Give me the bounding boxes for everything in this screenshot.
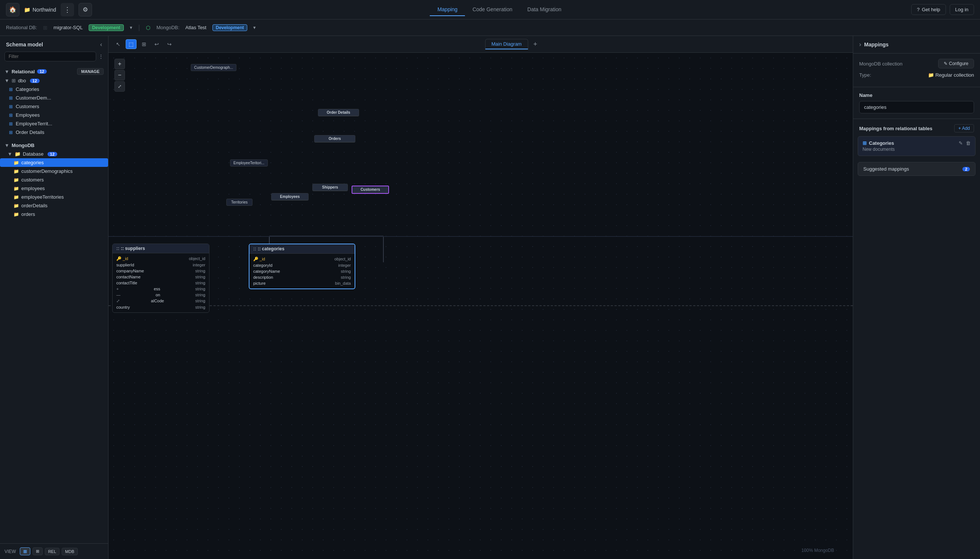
node-orders[interactable]: Orders [314, 135, 355, 142]
field-id-name: 🔑 _id [116, 256, 128, 261]
node-customerdemographics[interactable]: CustomerDemograph... [191, 64, 236, 71]
database-item[interactable]: ▼ 📁 Database 12 [0, 150, 108, 158]
sidebar-item-customerdem[interactable]: ⊞ CustomerDem... [0, 94, 108, 102]
folder-icon-customers: 📁 [13, 177, 19, 183]
manage-button[interactable]: MANAGE [77, 68, 104, 75]
sidebar-item-orderdetails[interactable]: ⊞ Order Details [0, 128, 108, 137]
tab-code-generation[interactable]: Code Generation [465, 3, 520, 16]
configure-button[interactable]: ✎ Configure [938, 59, 974, 68]
filter-options-icon[interactable]: ⋮ [98, 53, 104, 60]
categories-node[interactable]: :: :: categories 🔑 _id object_id categor… [249, 243, 355, 289]
view-list-button[interactable]: ⊞ [33, 547, 43, 555]
settings-button[interactable]: ⚙ [79, 3, 92, 17]
suppliers-expand-btn[interactable]: + [116, 287, 119, 291]
collection-employees-label: employees [21, 185, 45, 191]
suppliers-fit-btn[interactable]: ⤢ [116, 299, 120, 303]
tab-data-migration[interactable]: Data Migration [520, 3, 569, 16]
zoom-in-button[interactable]: + [114, 59, 125, 69]
field-row: country string [116, 304, 205, 310]
redo-button[interactable]: ↪ [164, 39, 175, 49]
grid-icon-orderdetails: ⊞ [9, 130, 13, 135]
node-orderdetails[interactable]: Order Details [318, 109, 359, 116]
select-tool-button[interactable]: ↖ [113, 39, 124, 49]
folder-icon-employees: 📁 [13, 186, 19, 191]
field-row: — on string [116, 292, 205, 298]
help-button[interactable]: ? Get help [911, 4, 945, 15]
sidebar-item-customers[interactable]: ⊞ Customers [0, 102, 108, 111]
node-territories[interactable]: Territories [226, 198, 252, 206]
home-button[interactable]: 🏠 [6, 3, 20, 17]
relational-expand-icon[interactable]: ▼ [5, 69, 9, 74]
main-diagram-tab[interactable]: Main Diagram [485, 39, 528, 50]
suggested-count-badge: 2 [962, 167, 970, 171]
mapping-card-actions: ✎ 🗑 [959, 140, 971, 146]
collection-item-employees[interactable]: 📁 employees [0, 184, 108, 193]
connect-tool-button[interactable]: ⊞ [139, 39, 149, 49]
node-customers[interactable]: Customers [351, 185, 389, 194]
suppliers-node-title: :: :: suppliers [112, 244, 209, 253]
edit-mapping-icon[interactable]: ✎ [959, 140, 963, 146]
mongo-collection-label: MongoDB collection [859, 61, 902, 66]
folder-icon-type: 📁 [928, 72, 934, 78]
marquee-tool-button[interactable]: ⬚ [126, 39, 137, 49]
sidebar-collapse-button[interactable]: ‹ [100, 41, 102, 48]
suppliers-node[interactable]: :: :: suppliers 🔑 _id object_id supplier… [112, 243, 210, 313]
field-row: categoryId integer [253, 262, 351, 268]
name-section-label: Name [859, 93, 872, 98]
type-value: 📁 Regular collection [928, 72, 974, 78]
node-employeeterritories[interactable]: EmployeeTeritori... [230, 159, 268, 167]
add-mapping-button[interactable]: + Add [954, 124, 974, 132]
mongo-env-badge: Development [213, 24, 247, 31]
undo-button[interactable]: ↩ [152, 39, 162, 49]
node-shippers[interactable]: Shippers [312, 184, 348, 191]
mongodb-label: MongoDB [12, 142, 35, 148]
collection-item-categories[interactable]: 📁 categories [0, 158, 108, 167]
collection-name-input[interactable] [859, 101, 974, 113]
name-section: Name [853, 87, 980, 119]
collection-customers-label: customers [21, 177, 44, 183]
field-row: + ess string [116, 286, 205, 292]
node-employees[interactable]: Employees [271, 193, 309, 200]
panel-expand-icon[interactable]: › [859, 41, 861, 48]
mongo-db-label: MongoDB: [156, 25, 179, 30]
project-name-label: Northwind [33, 7, 56, 13]
folder-icon-customerdem: 📁 [13, 169, 19, 174]
zoom-out-button[interactable]: − [114, 70, 125, 81]
collection-item-employeeterritories[interactable]: 📁 employeeTerritories [0, 193, 108, 201]
dbo-label: dbo [18, 78, 26, 83]
suggested-mappings-button[interactable]: Suggested mappings 2 [858, 162, 975, 176]
collection-item-orderdetails[interactable]: 📁 orderDetails [0, 201, 108, 210]
mapping-card-title: ⊞ Categories [863, 140, 894, 146]
tab-mapping[interactable]: Mapping [430, 3, 465, 16]
add-diagram-tab-button[interactable]: + [530, 40, 541, 48]
diagram-canvas[interactable]: CustomerDemograph... Order Details Order… [109, 53, 853, 559]
dropdown-relational[interactable]: ▾ [130, 25, 132, 30]
employeeterrit-label: EmployeeTerrit... [16, 121, 52, 126]
sidebar-item-employeeterrit[interactable]: ⊞ EmployeeTerrit... [0, 119, 108, 128]
fit-view-button[interactable]: ⤢ [114, 81, 125, 92]
view-mongodb-button[interactable]: MDB [62, 548, 78, 555]
more-options-button[interactable]: ⋮ [61, 3, 74, 17]
delete-mapping-icon[interactable]: 🗑 [966, 140, 971, 146]
sidebar-item-categories[interactable]: ⊞ Categories [0, 85, 108, 94]
grid-icon-customerdem: ⊞ [9, 96, 13, 101]
grid-icon-customers: ⊞ [9, 104, 13, 109]
type-row: Type: 📁 Regular collection [859, 72, 974, 78]
collection-customerdem-label: customerDemographics [21, 169, 73, 174]
dbo-group[interactable]: ▼ ⊞ dbo 12 [0, 76, 108, 85]
suppliers-collapse-btn[interactable]: — [116, 293, 120, 297]
collection-item-customers[interactable]: 📁 customers [0, 175, 108, 184]
collection-item-customerdemographics[interactable]: 📁 customerDemographics [0, 167, 108, 175]
view-compact-button[interactable]: ▦ [20, 547, 30, 555]
canvas-toolbar: ↖ ⬚ ⊞ ↩ ↪ Main Diagram + [109, 36, 853, 53]
sidebar-item-employees[interactable]: ⊞ Employees [0, 111, 108, 119]
dropdown-mongo[interactable]: ▾ [253, 25, 256, 30]
view-relational-button[interactable]: REL [45, 548, 59, 555]
mongo-expand-icon[interactable]: ▼ [5, 142, 9, 148]
filter-input[interactable] [5, 51, 96, 61]
employees-node-title: Employees [272, 194, 308, 200]
collection-item-orders[interactable]: 📁 orders [0, 210, 108, 218]
mongo-collection-row: MongoDB collection ✎ Configure [859, 59, 974, 68]
sidebar: Schema model ‹ ⋮ ▼ Relational 12 MANAGE … [0, 36, 109, 559]
login-button[interactable]: Log in [950, 4, 974, 15]
